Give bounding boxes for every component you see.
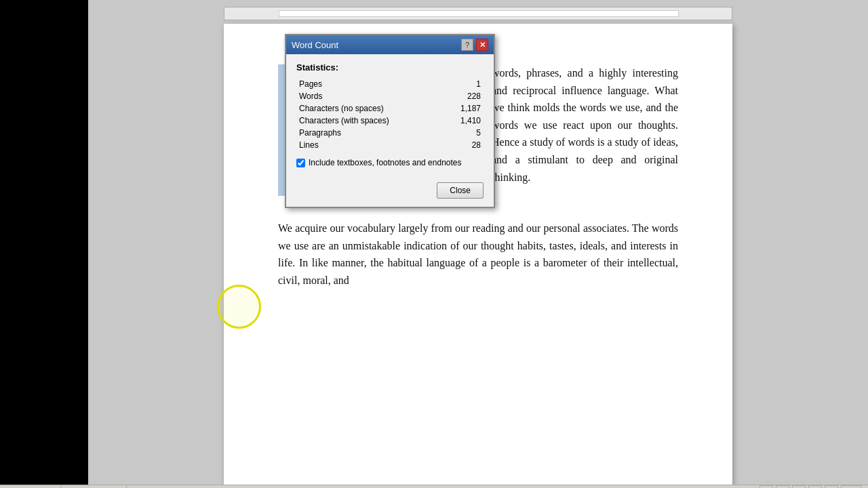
stat-label-chars-with-spaces: Characters (with spaces) — [296, 115, 443, 127]
stat-value-lines: 28 — [443, 139, 484, 151]
dialog-content: Statistics: Pages 1 Words 228 Ch — [286, 54, 494, 182]
stat-label-pages: Pages — [296, 78, 443, 90]
stat-value-pages: 1 — [443, 78, 484, 90]
status-icons: ▤ ▦ ⊞ ≡ ≡ 100% — [760, 485, 861, 488]
cursor-circle-indicator — [217, 285, 261, 329]
zoom-icon[interactable]: 100% — [841, 485, 861, 488]
checkbox-row: Include textboxes, footnotes and endnote… — [296, 158, 484, 167]
stat-value-chars-no-spaces: 1,187 — [443, 102, 484, 115]
stat-label-lines: Lines — [296, 139, 443, 151]
left-sidebar — [0, 0, 88, 485]
stat-label-chars-no-spaces: Characters (no spaces) — [296, 102, 443, 115]
horizontal-ruler — [224, 7, 732, 20]
stat-row-pages: Pages 1 — [296, 78, 484, 90]
stat-value-paragraphs: 5 — [443, 127, 484, 139]
paragraph-2: We acquire our vocabulary largely from o… — [278, 220, 678, 289]
view-icon-3[interactable]: ⊞ — [792, 485, 806, 488]
view-icon-2[interactable]: ▦ — [776, 485, 789, 488]
stat-row-paragraphs: Paragraphs 5 — [296, 127, 484, 139]
dialog-title: Word Count — [292, 40, 338, 50]
dialog-controls: ? ✕ — [461, 39, 488, 51]
view-icon-1[interactable]: ▤ — [760, 485, 773, 488]
word-count-dialog: Word Count ? ✕ Statistics: Pages 1 — [285, 34, 495, 208]
dialog-footer: Close — [286, 182, 494, 207]
dialog-titlebar: Word Count ? ✕ — [286, 35, 494, 54]
dialog-help-button[interactable]: ? — [461, 39, 473, 51]
view-icon-5[interactable]: ≡ — [825, 485, 838, 488]
document-area: “The words we use are an unmistakable in… — [88, 0, 868, 485]
include-textboxes-checkbox[interactable] — [296, 159, 305, 167]
main-area: 1 2 3 4 “The words we use are an unmista… — [0, 0, 868, 485]
statistics-table: Pages 1 Words 228 Characters (no spaces)… — [296, 78, 484, 151]
stat-value-chars-with-spaces: 1,410 — [443, 115, 484, 127]
stat-value-words: 228 — [443, 90, 484, 102]
dialog-box: Word Count ? ✕ Statistics: Pages 1 — [285, 34, 495, 208]
stat-row-lines: Lines 28 — [296, 139, 484, 151]
status-divider-2 — [126, 485, 127, 488]
stat-label-words: Words — [296, 90, 443, 102]
status-bar: Page: 1 of 1 Words: 228 ✓ ▤ ▦ ⊞ ≡ ≡ 100% — [0, 485, 868, 488]
checkbox-label: Include textboxes, footnotes and endnote… — [309, 158, 462, 167]
document-text-body: We acquire our vocabulary largely from o… — [278, 220, 678, 289]
view-icon-4[interactable]: ≡ — [808, 485, 822, 488]
close-button[interactable]: Close — [437, 182, 484, 199]
stat-row-chars-no-spaces: Characters (no spaces) 1,187 — [296, 102, 484, 115]
statistics-label: Statistics: — [296, 62, 484, 73]
dialog-close-titlebar-button[interactable]: ✕ — [476, 39, 488, 51]
stat-label-paragraphs: Paragraphs — [296, 127, 443, 139]
status-divider-1 — [60, 485, 61, 488]
screen: 1 2 3 4 “The words we use are an unmista… — [0, 0, 868, 488]
stat-row-chars-with-spaces: Characters (with spaces) 1,410 — [296, 115, 484, 127]
stat-row-words: Words 228 — [296, 90, 484, 102]
